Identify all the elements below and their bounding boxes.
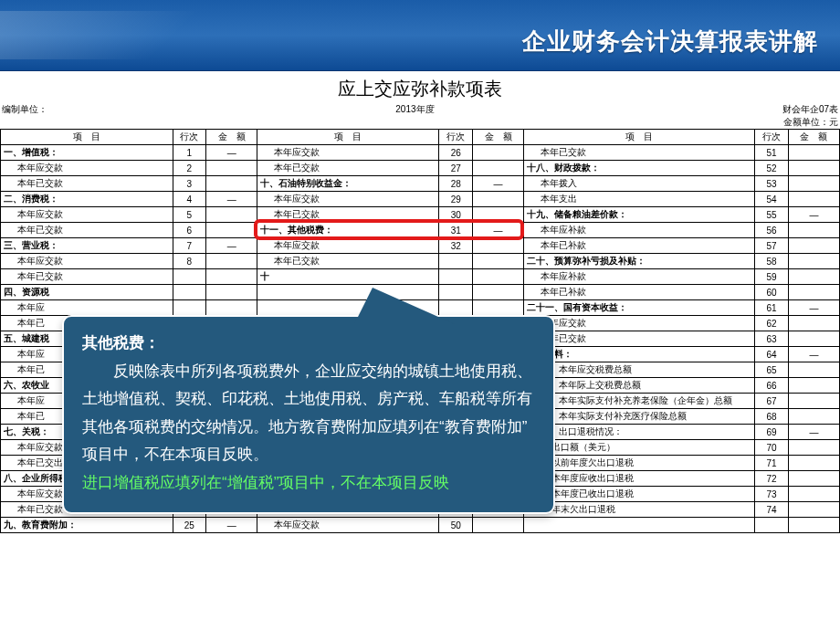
table-row: 本年应交款8本年已交款二十、预算弥补亏损及补贴：58 xyxy=(1,254,840,269)
item-cell: 五、城建税 xyxy=(1,331,173,347)
table-row: 本年应三、本年实际支付补充养老保险（企年金）总额67 xyxy=(1,394,840,409)
table-row: 一、增值税：1—本年应交款26本年已交款51 xyxy=(1,145,840,161)
seq-cell: 68 xyxy=(755,409,789,425)
amount-cell xyxy=(473,192,524,207)
amount-cell xyxy=(788,394,839,409)
main-table: 项 目 行次 金 额 项 目 行次 金 额 项 目 行次 金 额 一、增值税：1… xyxy=(0,129,840,533)
banner: 企业财务会计决算报表讲解 xyxy=(0,0,840,71)
item-cell: 本年应补款 xyxy=(524,223,755,238)
amount-cell xyxy=(788,502,839,518)
item-cell: 七、关税： xyxy=(1,425,173,440)
th-amt: 金 额 xyxy=(206,130,257,145)
amount-cell xyxy=(473,362,524,378)
th-seq: 行次 xyxy=(439,130,473,145)
item-cell: 补充资料： xyxy=(524,347,755,362)
amount-cell xyxy=(788,471,839,487)
amount-cell xyxy=(473,238,524,254)
seq-cell: 55 xyxy=(755,207,789,223)
seq-cell xyxy=(173,378,206,394)
corner-top: 财会年企07表 xyxy=(782,104,838,114)
amount-cell xyxy=(206,161,257,176)
seq-cell: 49 xyxy=(439,502,473,518)
table-row: 六、农牧业二、本年际上交税费总额66 xyxy=(1,378,840,394)
seq-cell: 6 xyxy=(173,223,206,238)
amount-cell xyxy=(206,207,257,223)
seq-cell: 65 xyxy=(755,362,789,378)
item-cell: 本年应交款 xyxy=(257,238,439,254)
amount-cell xyxy=(206,502,257,518)
amount-cell xyxy=(206,487,257,502)
seq-cell: 52 xyxy=(755,161,789,176)
item-cell xyxy=(257,440,439,456)
amount-cell xyxy=(206,254,257,269)
seq-cell: 69 xyxy=(755,425,789,440)
item-cell: 本年已交款 xyxy=(524,331,755,347)
amount-cell xyxy=(206,347,257,362)
item-cell: 四、资源税 xyxy=(1,285,173,300)
seq-cell: 23 xyxy=(173,487,206,502)
unit-label: 编制单位： xyxy=(2,103,47,129)
amount-cell xyxy=(206,176,257,192)
amount-cell xyxy=(473,394,524,409)
table-row: 本年已交款6十一、其他税费：31—本年应补款56 xyxy=(1,223,840,238)
amount-cell xyxy=(206,409,257,425)
amount-cell xyxy=(206,316,257,331)
amount-cell xyxy=(788,316,839,331)
item-cell: 二、本年际上交税费总额 xyxy=(524,378,755,394)
amount-cell xyxy=(788,409,839,425)
amount-cell: — xyxy=(788,425,839,440)
seq-cell: 27 xyxy=(439,161,473,176)
amount-cell: — xyxy=(473,223,524,238)
seq-cell: 21 xyxy=(173,456,206,471)
amount-cell xyxy=(788,145,839,161)
seq-cell: 66 xyxy=(755,378,789,394)
item-cell: 本年拨入 xyxy=(524,176,755,192)
amount-cell: — xyxy=(206,192,257,207)
amount-cell xyxy=(473,331,524,347)
seq-cell: 47 xyxy=(439,471,473,487)
th-item: 项 目 xyxy=(1,130,173,145)
amount-cell xyxy=(206,300,257,316)
seq-cell: 56 xyxy=(755,223,789,238)
amount-cell xyxy=(473,269,524,285)
seq-cell xyxy=(439,300,473,316)
seq-cell: 48 xyxy=(439,487,473,502)
seq-cell: 28 xyxy=(439,176,473,192)
seq-cell: 73 xyxy=(755,487,789,502)
seq-cell: 4 xyxy=(173,192,206,207)
item-cell: 本年支出 xyxy=(524,192,755,207)
item-cell: 本年应 xyxy=(1,394,173,409)
item-cell: 本年应交款 xyxy=(1,207,173,223)
seq-cell: 24 xyxy=(173,502,206,518)
th-seq: 行次 xyxy=(173,130,206,145)
item-cell: 本年已 xyxy=(1,362,173,378)
seq-cell: 70 xyxy=(755,440,789,456)
item-cell: 本年已交款 xyxy=(257,254,439,269)
item-cell xyxy=(257,285,439,300)
seq-cell xyxy=(439,254,473,269)
item-cell: 本年已交款 xyxy=(1,502,173,518)
item-cell: 三、本年实际支付补充养老保险（企年金）总额 xyxy=(524,394,755,409)
item-cell: 本年已交款 xyxy=(524,145,755,161)
table-row: 本年应补充资料：64— xyxy=(1,347,840,362)
seq-cell: 62 xyxy=(755,316,789,331)
item-cell: 八、企业所得税： xyxy=(1,471,173,487)
amount-cell xyxy=(473,471,524,487)
amount-cell xyxy=(206,223,257,238)
item-cell: 本年已 xyxy=(1,316,173,331)
item-cell: 本年应交款 xyxy=(257,471,439,487)
amount-cell xyxy=(473,161,524,176)
amount-cell xyxy=(788,223,839,238)
table-row: 八、企业所得税：22—本年应交款47本年度应收出口退税72 xyxy=(1,471,840,487)
item-cell xyxy=(257,409,439,425)
amount-cell xyxy=(788,331,839,347)
seq-cell: 63 xyxy=(755,331,789,347)
amount-cell xyxy=(473,440,524,456)
amount-cell xyxy=(788,456,839,471)
item-cell: 本年度已收出口退税 xyxy=(524,487,755,502)
item-cell xyxy=(257,300,439,316)
amount-cell xyxy=(473,316,524,331)
amount-cell xyxy=(473,207,524,223)
table-row: 本年应二十一、国有资本收益：61— xyxy=(1,300,840,316)
item-cell: 五、出口退税情况： xyxy=(524,425,755,440)
